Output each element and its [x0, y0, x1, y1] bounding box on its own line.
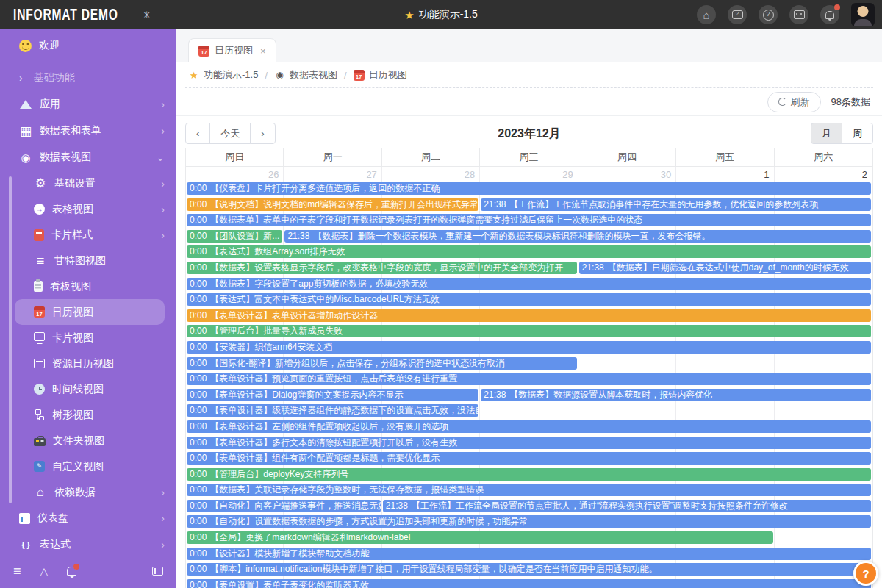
event-row: 0:00【团队设置】新...21:38【数据表】删除一个数据表模块，重新建一个新…: [186, 230, 872, 243]
calendar-event[interactable]: 0:00【安装器】织信arm64安装文档: [187, 341, 871, 354]
menu-fold-icon[interactable]: [13, 564, 21, 578]
topbar-actions: [697, 3, 875, 26]
sidebar-item-label: 甘特图视图: [54, 254, 165, 268]
calendar-event[interactable]: 21:38【数据表】数据源设置从脚本获取时，报错内容优化: [481, 389, 871, 401]
sidebar-item-card-style[interactable]: 卡片样式›: [0, 222, 176, 248]
bell-icon[interactable]: [67, 567, 76, 576]
calendar-event[interactable]: 0:00【表单设计器】Dialog弹窗的文案提示内容不显示: [187, 389, 478, 401]
sidebar-item-resource-calendar-view[interactable]: 资源日历视图: [0, 351, 176, 376]
sidebar-item-card-view[interactable]: 卡片视图: [0, 325, 176, 351]
calendar-event[interactable]: 0:00【表单设计器】表单设计器增加动作设计器: [187, 309, 871, 322]
calendar-event[interactable]: 0:00【国际化-翻译】新增分组以后，点击保存，分组标识符的选中状态没有取消: [187, 357, 577, 370]
event-time: 0:00: [190, 231, 207, 241]
triangle-icon[interactable]: [40, 566, 49, 576]
calendar-event[interactable]: 0:00【数据表】字段设置了app剪切板的数据，必填校验无效: [187, 278, 871, 290]
user-avatar[interactable]: [851, 3, 875, 26]
home-button[interactable]: [697, 5, 716, 24]
record-count: 98条数据: [831, 96, 870, 109]
nav-button-group: ‹ 今天 ›: [185, 123, 276, 144]
message-button[interactable]: [728, 5, 747, 24]
sidebar-item-folder-view[interactable]: 文件夹视图: [0, 428, 176, 453]
week-view-button[interactable]: 周: [842, 123, 873, 144]
sidebar-item-grid-view[interactable]: 表格视图›: [0, 196, 176, 222]
sidebar-scrollbar[interactable]: [9, 176, 12, 503]
calendar-event[interactable]: 21:38【工作流】工作流全局设置的节点审批人，通过“流程实例执行设置”调整时支…: [383, 500, 871, 512]
help-button[interactable]: [759, 5, 778, 24]
event-row: 0:00【表达式】富文本中表达式中的Misc.barcodeURL方法无效: [186, 293, 872, 306]
timeline-icon: [34, 384, 45, 395]
sidebar-item-apps[interactable]: 应用›: [0, 91, 176, 118]
chevron-right-icon: ›: [161, 229, 165, 241]
calendar-event[interactable]: 0:00【脚本】informat.notification模块中新增了接口，用于…: [187, 563, 871, 576]
sidebar-item-basic-settings[interactable]: 基础设置›: [0, 171, 176, 196]
calendar-event[interactable]: 0:00【管理后台】批量导入新成员失败: [187, 325, 871, 337]
calendar-event[interactable]: 0:00【数据表】设置表格显示字段后，改变表格中字段的宽度，显示设置中的开关全部…: [187, 262, 577, 274]
calendar-event[interactable]: 0:00【表单设计器】左侧的组件配置项收起以后，没有展开的选项: [187, 420, 871, 433]
calendar-event[interactable]: 0:00【自动化】设置数据表数据的步骤，方式设置为追加头部和更新的时候，功能异常: [187, 515, 871, 528]
sidebar-item-gantt-view[interactable]: 甘特图视图: [0, 248, 176, 273]
sidebar-item-tree-view[interactable]: 树形视图: [0, 402, 176, 428]
calendar-event[interactable]: 0:00【自动化】向客户端推送事件，推送消息无效: [187, 500, 381, 512]
breadcrumb-item[interactable]: 日历视图: [354, 68, 407, 82]
tab-label: 日历视图: [215, 44, 253, 57]
weekday-header: 周日周一周二周三周四周五周六: [185, 148, 873, 167]
calendar-event[interactable]: 0:00【表单设计器】预览页面的重置按钮，点击后表单没有进行重置: [187, 373, 871, 385]
breadcrumb-item[interactable]: 数据表视图: [274, 68, 337, 82]
event-row: 0:00【安装器】织信arm64安装文档: [186, 341, 872, 354]
calendar-event[interactable]: 0:00【全局】更换了markdown编辑器和markdown-label: [187, 531, 773, 544]
calendar-event[interactable]: 0:00【数据表】关联记录存储字段为整数时，无法保存数据，报错类型错误: [187, 484, 871, 496]
calendar-event[interactable]: 0:00【仪表盘】卡片打开分离多选值选项后，返回的数据不正确: [187, 182, 871, 195]
sidebar-item-welcome[interactable]: 欢迎: [0, 32, 176, 59]
calendar-event[interactable]: 21:38【工作流】工作流节点取消事件中存在大量的无用参数，优化返回的参数列表项: [481, 198, 871, 211]
calendar-event[interactable]: 0:00【表单设计器】组件有两个配置项都是标题，需要优化显示: [187, 452, 871, 465]
calendar-event[interactable]: 0:00【团队设置】新...: [187, 230, 282, 243]
tab-strip: 日历视图 ×: [176, 29, 882, 62]
calendar-event[interactable]: 0:00【表单设置】表单子表变化的监听器无效: [187, 579, 871, 588]
help-fab-button[interactable]: ?: [853, 561, 878, 586]
sidebar-item-dependent-data[interactable]: 依赖数据›: [0, 479, 176, 505]
sidebar-item-label: 仪表盘: [37, 512, 155, 525]
date-cell[interactable]: 26: [186, 167, 284, 182]
event-row: 0:00【数据表】字段设置了app剪切板的数据，必填校验无效: [186, 278, 872, 290]
calendar-event[interactable]: 0:00【表达式】数组Array.sort排序无效: [187, 245, 871, 258]
refresh-button[interactable]: 刷新: [767, 92, 821, 112]
date-cell[interactable]: 1: [676, 167, 774, 182]
next-month-button[interactable]: ›: [250, 123, 275, 144]
sidebar-item-timeline-view[interactable]: 时间线视图: [0, 376, 176, 402]
calendar-event[interactable]: 21:38【数据表】删除一个数据表模块，重新建一个新的数据表模块标识符和删除的模…: [284, 230, 871, 243]
sidebar-item-calendar-view[interactable]: 日历视图: [15, 299, 165, 325]
calendar-event[interactable]: 0:00【说明文档】说明文档的md编辑器保存后，重新打开会出现样式异常: [187, 198, 478, 211]
prev-month-button[interactable]: ‹: [185, 123, 210, 144]
date-cell[interactable]: 2: [775, 167, 872, 182]
calendar-event[interactable]: 0:00【设计器】模块新增了模块帮助文档功能: [187, 548, 871, 560]
workspace-title: ★ 功能演示-1.5: [404, 8, 478, 21]
calendar-event[interactable]: 0:00【表达式】富文本中表达式中的Misc.barcodeURL方法无效: [187, 293, 871, 306]
calendar-event[interactable]: 0:00【管理后台】deployKey支持序列号: [187, 468, 871, 481]
calendar-event[interactable]: 0:00【数据表单】表单中的子表字段和打开数据记录列表打开的数据弹窗需要支持过滤…: [187, 214, 871, 226]
sidebar-item-kanban-view[interactable]: 看板视图: [0, 273, 176, 299]
bell-button[interactable]: [820, 5, 839, 24]
breadcrumb-item[interactable]: 功能演示-1.5: [188, 68, 258, 82]
sidebar-item-custom-view[interactable]: 自定义视图: [0, 453, 176, 479]
date-cell[interactable]: 28: [382, 167, 480, 182]
date-cell[interactable]: 27: [284, 167, 381, 182]
date-cell[interactable]: 29: [480, 167, 578, 182]
calendar-event[interactable]: 21:38【数据表】日期筛选在表达式中使用day_of_month的时候无效: [579, 262, 871, 274]
sidebar-item-dashboard[interactable]: 仪表盘›: [0, 505, 176, 531]
date-cell[interactable]: 30: [578, 167, 676, 182]
collapse-panel-icon[interactable]: [152, 567, 163, 576]
today-button[interactable]: 今天: [209, 123, 251, 144]
sidebar-item-expressions[interactable]: 表达式›: [0, 531, 176, 558]
calendar-title: 2023年12月: [498, 126, 560, 141]
calendar-event[interactable]: 0:00【表单设计器】多行文本的清除按钮配置项打开以后，没有生效: [187, 437, 871, 449]
event-time: 0:00: [190, 326, 207, 336]
sidebar-item-basic-functions[interactable]: ›基础功能: [0, 65, 176, 91]
sidebar-item-table-views[interactable]: 数据表视图⌄: [0, 144, 176, 171]
close-icon[interactable]: ×: [260, 46, 266, 57]
tab-calendar-view[interactable]: 日历视图 ×: [188, 38, 276, 62]
card-face-button[interactable]: [789, 5, 808, 24]
calendar-event[interactable]: 0:00【表单设计器】级联选择器组件的静态数据下的设置点击无效，没法自己...: [187, 404, 478, 417]
breadcrumb-separator: /: [265, 70, 268, 81]
month-view-button[interactable]: 月: [811, 123, 842, 144]
sidebar-item-tables-and-forms[interactable]: 数据表和表单›: [0, 118, 176, 144]
